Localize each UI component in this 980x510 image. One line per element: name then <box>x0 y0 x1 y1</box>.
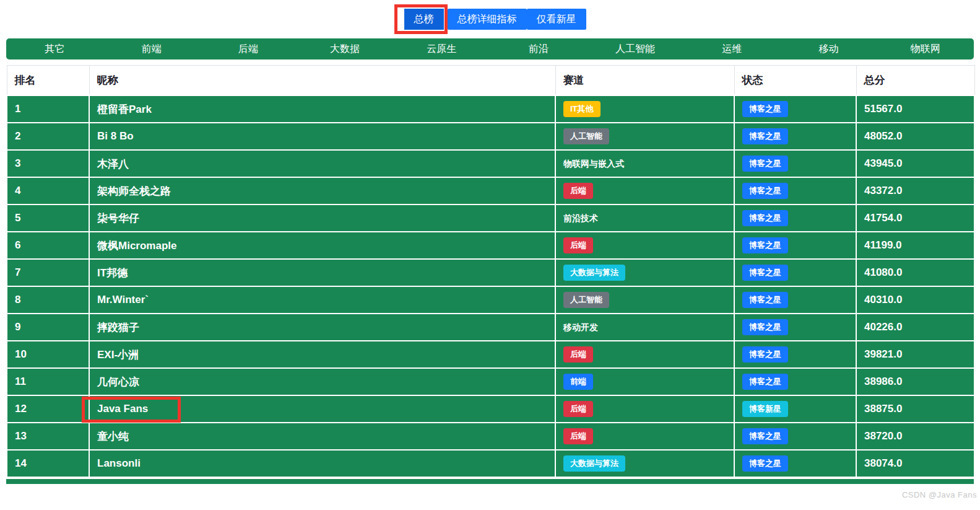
nickname: 柒号华仔 <box>97 213 139 224</box>
score-cell: 38875.0 <box>856 395 974 423</box>
table-header: 排名 昵称 赛道 状态 总分 <box>7 66 974 96</box>
table-row: 12 Java Fans 后端 博客新星 38875.0 <box>7 395 974 423</box>
table-row: 6 微枫Micromaple 后端 博客之星 41199.0 <box>7 232 974 259</box>
rank-cell: 6 <box>7 232 89 259</box>
status-cell: 博客之星 <box>734 95 856 123</box>
leaderboard-table: 排名 昵称 赛道 状态 总分 1 橙留香Park IT其他 博客之星 51567… <box>6 65 975 478</box>
table-row: 4 架构师全栈之路 后端 博客之星 43372.0 <box>7 177 974 204</box>
nickname: EXI-小洲 <box>97 349 139 361</box>
nav-item-云原生[interactable]: 云原生 <box>393 43 490 56</box>
track-badge: 后端 <box>563 183 593 199</box>
nav-item-前端[interactable]: 前端 <box>103 43 199 56</box>
track-cell: 物联网与嵌入式 <box>555 150 734 177</box>
cutoff-next-row <box>6 479 974 484</box>
status-badge: 博客之星 <box>742 237 788 253</box>
status-badge: 博客之星 <box>742 374 788 390</box>
status-cell: 博客之星 <box>734 341 856 368</box>
status-badge: 博客之星 <box>742 156 788 172</box>
nickname-cell: 橙留香Park <box>89 95 555 123</box>
nickname: Lansonli <box>97 457 141 469</box>
nickname-cell: IT邦德 <box>89 259 555 286</box>
csdn-watermark: CSDN @Java Fans <box>902 490 977 499</box>
table-row: 10 EXI-小洲 后端 博客之星 39821.0 <box>7 341 974 368</box>
status-badge: 博客之星 <box>742 210 788 226</box>
score-cell: 48052.0 <box>856 123 974 150</box>
track-badge: 人工智能 <box>563 292 609 308</box>
nav-item-移动[interactable]: 移动 <box>780 43 877 56</box>
nickname: 木泽八 <box>97 158 129 170</box>
nav-item-运维[interactable]: 运维 <box>683 43 780 56</box>
score-cell: 39821.0 <box>856 341 974 368</box>
rank-cell: 9 <box>7 314 89 341</box>
track-cell: 移动开发 <box>555 314 734 341</box>
rank-cell: 11 <box>7 368 89 395</box>
nickname: 橙留香Park <box>97 103 152 115</box>
nickname: 微枫Micromaple <box>97 240 176 252</box>
track-cell: 前端 <box>555 368 734 395</box>
track-cell: 人工智能 <box>555 123 734 150</box>
nickname-cell: Mr.Winter` <box>89 286 555 314</box>
track-badge: 后端 <box>563 428 593 444</box>
status-cell: 博客之星 <box>734 204 856 232</box>
status-cell: 博客之星 <box>734 150 856 177</box>
nav-item-人工智能[interactable]: 人工智能 <box>587 43 683 56</box>
track-badge: 后端 <box>563 401 593 417</box>
status-cell: 博客之星 <box>734 314 856 341</box>
score-cell: 41754.0 <box>856 204 974 232</box>
score-cell: 38074.0 <box>856 450 974 477</box>
rank-cell: 12 <box>7 395 89 423</box>
rank-cell: 13 <box>7 423 89 450</box>
column-header-score: 总分 <box>856 66 974 96</box>
status-badge: 博客之星 <box>742 455 788 472</box>
track-badge: 后端 <box>563 346 593 363</box>
top-toolbar: 总榜 总榜详细指标 仅看新星 <box>0 0 980 38</box>
rank-cell: 3 <box>7 150 89 177</box>
column-header-rank: 排名 <box>7 66 89 96</box>
nav-item-其它[interactable]: 其它 <box>6 43 103 56</box>
status-cell: 博客之星 <box>734 368 856 395</box>
tab-total-ranking[interactable]: 总榜 <box>404 9 444 30</box>
score-cell: 43945.0 <box>856 150 974 177</box>
status-cell: 博客之星 <box>734 450 856 477</box>
score-cell: 41199.0 <box>856 232 974 259</box>
nickname-cell: 微枫Micromaple <box>89 232 555 259</box>
status-badge: 博客之星 <box>742 319 788 335</box>
track-badge: 后端 <box>563 237 593 253</box>
status-cell: 博客之星 <box>734 177 856 204</box>
table-row: 5 柒号华仔 前沿技术 博客之星 41754.0 <box>7 204 974 232</box>
column-header-name: 昵称 <box>89 66 555 96</box>
track-cell: 大数据与算法 <box>555 259 734 286</box>
column-header-status: 状态 <box>734 66 856 96</box>
status-cell: 博客新星 <box>734 395 856 423</box>
track-cell: 人工智能 <box>555 286 734 314</box>
nickname-cell: 木泽八 <box>89 150 555 177</box>
status-badge: 博客之星 <box>742 292 788 308</box>
score-cell: 43372.0 <box>856 177 974 204</box>
tab-detailed-metrics[interactable]: 总榜详细指标 <box>448 9 527 30</box>
status-cell: 博客之星 <box>734 286 856 314</box>
score-cell: 38986.0 <box>856 368 974 395</box>
tab-new-stars-only[interactable]: 仅看新星 <box>527 9 586 30</box>
track-cell: 后端 <box>555 395 734 423</box>
nickname-cell: 几何心凉 <box>89 368 555 395</box>
rank-cell: 5 <box>7 204 89 232</box>
track-cell: 后端 <box>555 341 734 368</box>
status-cell: 博客之星 <box>734 259 856 286</box>
nav-item-后端[interactable]: 后端 <box>200 43 297 56</box>
score-cell: 41080.0 <box>856 259 974 286</box>
table-row: 3 木泽八 物联网与嵌入式 博客之星 43945.0 <box>7 150 974 177</box>
track-cell: 前沿技术 <box>555 204 734 232</box>
track-cell: 后端 <box>555 232 734 259</box>
nav-item-前沿[interactable]: 前沿 <box>490 43 586 56</box>
status-badge: 博客之星 <box>742 128 788 144</box>
nav-item-大数据[interactable]: 大数据 <box>297 43 393 56</box>
rank-cell: 4 <box>7 177 89 204</box>
rank-cell: 2 <box>7 123 89 150</box>
nickname: Mr.Winter` <box>97 294 149 306</box>
track-badge: 物联网与嵌入式 <box>563 159 624 169</box>
nickname: 摔跤猫子 <box>97 322 139 333</box>
table-row: 13 童小纯 后端 博客之星 38720.0 <box>7 423 974 450</box>
nickname-cell: Java Fans <box>89 395 555 423</box>
nav-item-物联网[interactable]: 物联网 <box>877 43 974 56</box>
category-nav: 其它前端后端大数据云原生前沿人工智能运维移动物联网 <box>6 38 974 59</box>
